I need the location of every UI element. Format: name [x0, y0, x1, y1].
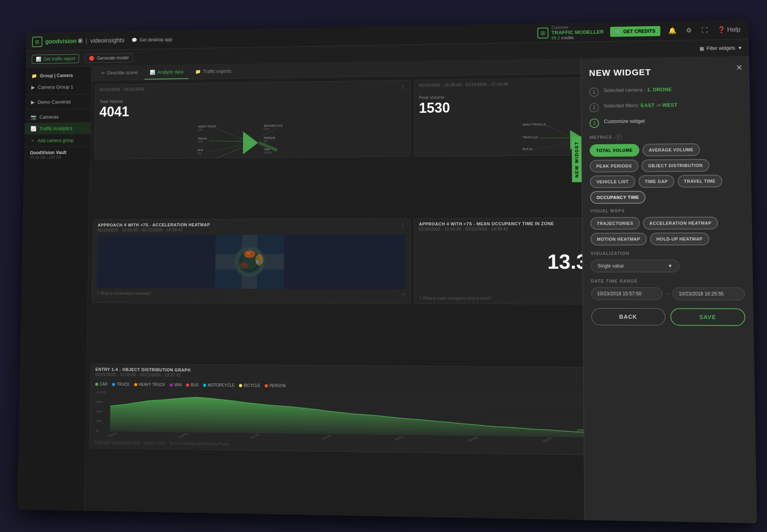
app-window: ⊞ goodvision ® | videoinsights 💬 Get des… [17, 20, 757, 523]
step-1-content: Selected camera - 1. DRONE [604, 86, 742, 95]
panel-title: NEW WIDGET [589, 66, 741, 79]
svg-text:(1): (1) [198, 152, 201, 155]
svg-text:TRUCK: TRUCK [198, 137, 207, 140]
metric-average-volume[interactable]: AVERAGE VOLUME [642, 144, 700, 157]
get-credits-button[interactable]: 🛒 GET CREDITS [610, 26, 660, 37]
svg-line-3 [217, 128, 242, 139]
panel-actions: BACK SAVE [591, 308, 746, 326]
panel-close-button[interactable]: ✕ [736, 63, 743, 72]
svg-line-9 [205, 145, 242, 152]
visualization-section: VISUALIZATION Single value ▼ [590, 251, 744, 272]
legend-van: VAN [170, 383, 182, 387]
heatmap-hint[interactable]: ? What is acceleration heatmap? [96, 291, 151, 296]
sidebar-item-demo-cameras[interactable]: ▶ Demo Cameras [25, 96, 91, 108]
metrics-help-icon[interactable]: ? [615, 134, 622, 140]
step-2-arrow: -> [656, 102, 662, 108]
logo: goodvision ® | videoinsights [45, 37, 124, 45]
legend-motorcycle: MOTORCYCLE [203, 383, 235, 388]
generate-model-button[interactable]: 🔴 Generate model [85, 53, 133, 63]
step-1: 1 Selected camera - 1. DRONE [589, 86, 742, 97]
svg-line-24 [546, 125, 569, 136]
step-2-content: Selected filters: EAST -> WEST [604, 101, 742, 110]
occupancy-hint[interactable]: ? What is mean occupancy time in zone? [419, 296, 491, 301]
step-2-number: 2 [589, 103, 599, 112]
datetime-end-input[interactable]: 10/23/2018 16:25:55 [672, 287, 745, 300]
svg-text:02/01: 02/01 [107, 432, 119, 438]
visualization-select[interactable]: Single value ▼ [591, 260, 680, 273]
map-acceleration-heatmap[interactable]: ACCELERATION HEATMAP [643, 217, 718, 229]
svg-marker-0 [243, 131, 258, 154]
metric-total-volume[interactable]: TOTAL VOLUME [590, 144, 639, 157]
svg-line-26 [540, 138, 569, 138]
map-holdup-heatmap[interactable]: HOLD-UP HEATMAP [650, 233, 709, 245]
svg-text:0: 0 [96, 429, 99, 432]
map-motion-heatmap[interactable]: MOTION HEATMAP [590, 233, 647, 245]
map-trajectories[interactable]: TRAJECTORIES [590, 217, 640, 230]
widget-heatmap-footer: ? What is acceleration heatmap? ⤢ [92, 289, 410, 299]
sidebar-item-traffic-analytics[interactable]: 📈 Traffic Analytics [25, 122, 91, 135]
svg-text:HEAVY TRUCK: HEAVY TRUCK [198, 125, 217, 128]
datetime-label: DATE TIME RANGE [591, 278, 745, 284]
legend-bicycle: BICYCLE [239, 383, 260, 388]
settings-button[interactable]: ⚙ [684, 25, 693, 35]
add-camera-group-button[interactable]: ＋ Add camera group [24, 134, 90, 147]
datetime-row: 10/23/2018 15:57:50 - 10/23/2018 16:25:5… [591, 287, 745, 300]
step-2-filter-end: WEST [662, 102, 678, 108]
tab-analyze-data[interactable]: 📊 Analyze data [144, 65, 189, 79]
svg-text:TRUCK (12): TRUCK (12) [523, 136, 538, 139]
metric-time-gap[interactable]: TIME GAP [638, 175, 674, 188]
visual-maps-label: VISUAL MAPS [590, 208, 744, 213]
svg-text:20: 20 [96, 420, 102, 423]
widget-heatmap-menu[interactable]: ⋮ [399, 222, 406, 229]
widget-total-volume-menu[interactable]: ⋮ [399, 84, 406, 91]
desktop-app-link[interactable]: 💬 Get desktop app [132, 37, 172, 42]
new-widget-panel: ✕ NEW WIDGET 1 Selected camera - 1. DRON… [581, 56, 757, 523]
svg-text:02/05: 02/05 [177, 432, 189, 438]
save-button[interactable]: SAVE [670, 308, 746, 326]
filter-widgets-button[interactable]: ▦ Filter widgets ▼ [700, 45, 742, 51]
notifications-button[interactable]: 🔔 [667, 25, 678, 36]
legend-bus: BUS [186, 383, 199, 387]
sidebar-item-camera-group-1[interactable]: ▶ Camera Group 1 [25, 81, 91, 93]
metric-vehicle-list[interactable]: VEHICLE LIST [590, 175, 635, 188]
svg-text:02/19: 02/19 [466, 436, 479, 442]
metrics-grid: TOTAL VOLUME AVERAGE VOLUME PEAK PERIODS… [590, 143, 743, 204]
step-2-label: Selected filters: EAST -> WEST [604, 101, 742, 108]
datetime-start-input[interactable]: 10/23/2018 15:57:50 [591, 287, 662, 300]
legend-heavy-truck: HEAVY TRUCK [134, 382, 165, 387]
step-3-label: Customize widget [604, 117, 742, 124]
sidebar-divider-2 [25, 109, 91, 110]
customer-info: ⊞ Customer TRAFFIC MODELLER 89.2 credits [537, 24, 604, 40]
sidebar-item-cameras[interactable]: 📷 Cameras [25, 111, 91, 123]
metric-object-distribution[interactable]: OBJECT DISTRIBUTION [641, 159, 709, 172]
back-button[interactable]: BACK [591, 308, 665, 326]
sidebar-divider-1 [25, 94, 91, 95]
svg-text:(40): (40) [198, 140, 203, 144]
svg-text:BUS: BUS [198, 149, 203, 151]
widget-heatmap-header: APPROACH 4 WITH >7S - ACCELERATION HEATM… [93, 219, 410, 235]
fullscreen-button[interactable]: ⛶ [699, 25, 709, 35]
new-widget-tab[interactable]: NEW WIDGET [572, 136, 582, 182]
sidebar-group-camera-header[interactable]: 📁 Group | Camera [26, 70, 91, 82]
content-area: ✏ Describe scene 📊 Analyze data 📁 Traffi… [84, 56, 757, 523]
svg-text:40: 40 [96, 410, 103, 413]
metric-travel-time[interactable]: TRAVEL TIME [678, 175, 722, 187]
volume-main: Total Volume 4041 [95, 94, 410, 120]
step-3-number: 3 [590, 119, 599, 128]
widget-total-volume: 01/01/2020 - 01/31/2020 ⋮ Total Volume 4… [94, 80, 411, 159]
top-bar-right: ⊞ Customer TRAFFIC MODELLER 89.2 credits… [537, 22, 742, 40]
step-3: 3 Customize widget [590, 117, 742, 128]
get-traffic-report-button[interactable]: 📊 Get traffic report [32, 54, 79, 64]
metric-peak-periods[interactable]: PEAK PERIODS [590, 159, 638, 172]
svg-text:BUS (1): BUS (1) [523, 147, 532, 150]
visual-maps-section: VISUAL MAPS TRAJECTORIES ACCELERATION HE… [590, 208, 744, 245]
metric-occupancy-time[interactable]: OCCUPANCY TIME [590, 191, 646, 204]
help-button[interactable]: ❓ Help [716, 24, 742, 35]
tab-describe-scene[interactable]: ✏ Describe scene [96, 66, 143, 80]
step-2-filter-start: EAST [641, 102, 655, 108]
tab-traffic-exports[interactable]: 📁 Traffic exports [190, 64, 236, 79]
svg-text:HEAVY TRUCK (1): HEAVY TRUCK (1) [523, 123, 546, 126]
widget-heatmap: APPROACH 4 WITH >7S - ACCELERATION HEATM… [92, 218, 411, 304]
svg-text:02/20: 02/20 [541, 437, 553, 443]
svg-text:120: 120 [96, 391, 105, 394]
